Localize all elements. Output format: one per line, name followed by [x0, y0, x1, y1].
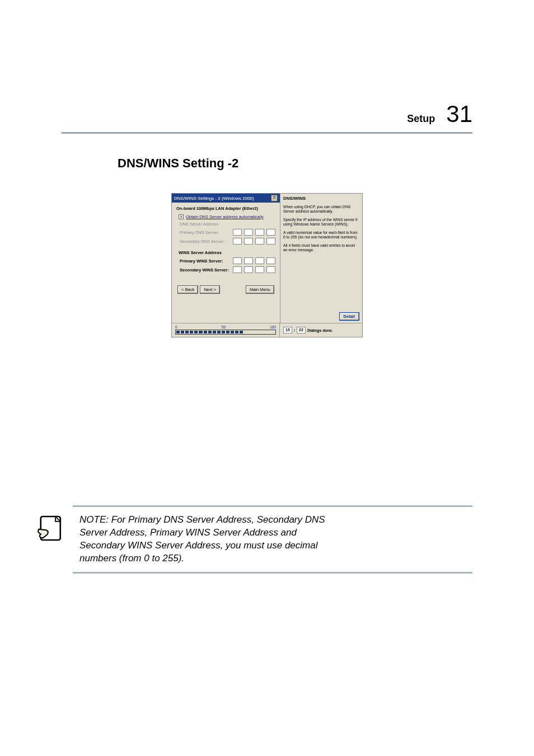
help-text-4: All 4 fields must have valid entries to … [283, 243, 359, 253]
note-text: NOTE: For Primary DNS Server Address, Se… [79, 510, 337, 569]
secondary-wins-label: Secondary WINS Server: [180, 267, 229, 273]
close-icon[interactable]: X [271, 195, 278, 201]
dialog-title: DNS/WINS Settings - 2 (Windows 2000) [174, 196, 254, 201]
dialog-screenshot: DNS/WINS Settings - 2 (Windows 2000) X O… [171, 193, 363, 337]
dialogs-current: 15 [283, 327, 292, 334]
page-header: Setup 31 [62, 101, 472, 134]
help-title: DNS/WINS [283, 196, 359, 201]
secondary-wins-input[interactable]: ... [233, 266, 275, 273]
dialogs-done-label: Dialogs done. [307, 328, 333, 332]
next-button[interactable]: Next > [200, 285, 220, 294]
primary-wins-input[interactable]: ... [233, 257, 275, 264]
wins-group-label: WINS Server Address [179, 250, 275, 255]
progress-scale: 0 50 100 [175, 325, 276, 329]
note-block: NOTE: For Primary DNS Server Address, Se… [73, 505, 472, 574]
section-title: DNS/WINS Setting -2 [118, 156, 472, 171]
secondary-dns-label: Secondary DNS Server: [180, 239, 224, 244]
back-button[interactable]: < Back [177, 285, 198, 294]
obtain-dns-label: Obtain DNS Server address automatically [186, 214, 264, 219]
help-text-1: When using DHCP, you can obtain DNS Serv… [283, 205, 359, 214]
main-menu-button[interactable]: Main Menu [246, 285, 274, 294]
primary-dns-label: Primary DNS Server: [180, 230, 219, 235]
detail-button[interactable]: Detail [339, 312, 359, 321]
header-label: Setup [407, 113, 435, 125]
dialogs-done-status: 15 / 22 Dialogs done. [280, 323, 362, 337]
help-text-2: Specify the IP address of the WINS serve… [283, 218, 359, 227]
secondary-dns-input[interactable]: ... [233, 238, 275, 245]
help-text-3: A valid numerical value for each field i… [283, 231, 359, 240]
dns-group-label: DNS Server Address [180, 222, 218, 227]
page-number: 31 [446, 101, 472, 128]
primary-dns-input[interactable]: ... [233, 229, 275, 236]
primary-wins-label: Primary WINS Server: [180, 259, 223, 264]
adapter-label: On-board 100Mbps LAN Adapter (Ether2) [176, 206, 275, 211]
obtain-dns-checkbox[interactable]: X [179, 214, 184, 219]
progress-bar [175, 330, 276, 335]
dialogs-total: 22 [297, 327, 306, 334]
note-icon [36, 513, 67, 544]
dialog-titlebar: DNS/WINS Settings - 2 (Windows 2000) X [172, 194, 280, 203]
